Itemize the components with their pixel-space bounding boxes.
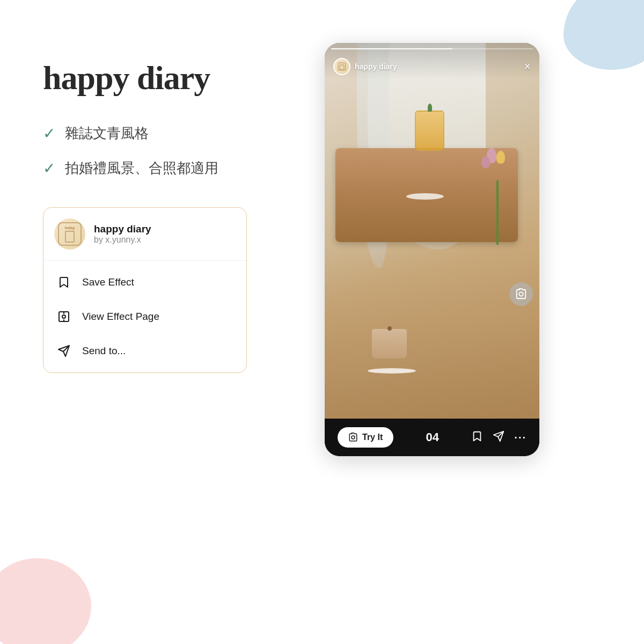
right-panel: happy diary × <box>317 43 547 456</box>
progress-bar-fill <box>331 48 452 49</box>
story-content: happy diary × <box>325 43 539 419</box>
save-effect-label: Save Effect <box>82 276 134 288</box>
camera-icon <box>348 433 358 442</box>
send-icon <box>56 343 71 358</box>
cake <box>372 329 407 358</box>
menu-card: today happy diary by x.yunny.x <box>43 207 247 373</box>
floor <box>325 250 539 419</box>
send-to-item[interactable]: Send to... <box>43 334 246 368</box>
bookmark-icon <box>56 275 71 290</box>
more-bottom-icon[interactable]: ··· <box>514 431 526 444</box>
save-effect-item[interactable]: Save Effect <box>43 265 246 299</box>
view-effect-page-item[interactable]: View Effect Page <box>43 299 246 334</box>
avatar: today <box>54 218 85 250</box>
camera-overlay-button[interactable] <box>509 282 533 306</box>
drink <box>415 111 444 151</box>
checkmark-icon-1: ✓ <box>43 125 55 142</box>
progress-bar-bg <box>331 48 533 49</box>
flower-stem <box>496 180 499 245</box>
feature-item-2: ✓ 拍婚禮風景、合照都適用 <box>43 159 274 178</box>
checkmark-icon-2: ✓ <box>43 159 55 177</box>
view-effect-icon <box>56 309 71 324</box>
view-effect-label: View Effect Page <box>82 311 159 323</box>
svg-point-8 <box>519 292 523 296</box>
left-panel: happy diary ✓ 雜誌文青風格 ✓ 拍婚禮風景、合照都適用 today <box>43 43 274 373</box>
main-container: happy diary ✓ 雜誌文青風格 ✓ 拍婚禮風景、合照都適用 today <box>0 0 644 644</box>
bottom-actions: ··· <box>471 430 526 444</box>
effect-name: happy diary <box>94 223 151 235</box>
effect-count: 04 <box>402 430 463 444</box>
send-to-label: Send to... <box>82 345 126 357</box>
phone-mockup: happy diary × <box>325 43 539 456</box>
cake-plate <box>368 368 416 374</box>
svg-point-1 <box>62 315 65 318</box>
story-topbar: happy diary × <box>325 43 539 79</box>
try-it-button[interactable]: Try It <box>338 427 393 448</box>
effect-info: happy diary by x.yunny.x <box>94 223 151 245</box>
bookmark-bottom-icon[interactable] <box>471 430 483 444</box>
app-title: happy diary <box>43 59 274 97</box>
story-close-button[interactable]: × <box>524 60 531 74</box>
phone-bottom-bar: Try It 04 ··· <box>325 419 539 456</box>
story-user-info: happy diary <box>333 58 524 75</box>
svg-point-9 <box>352 436 355 439</box>
avatar-rect-icon <box>65 231 75 243</box>
send-bottom-icon[interactable] <box>493 430 504 444</box>
flowers <box>481 148 514 245</box>
feature-item-1: ✓ 雜誌文青風格 <box>43 124 274 143</box>
feature-text-2: 拍婚禮風景、合照都適用 <box>65 159 218 178</box>
drink-saucer <box>406 193 444 200</box>
try-it-label: Try It <box>362 433 383 442</box>
effect-header: today happy diary by x.yunny.x <box>43 208 246 261</box>
menu-items: Save Effect View Effect Page <box>43 261 246 372</box>
feature-text-1: 雜誌文青風格 <box>65 124 149 143</box>
story-avatar <box>333 58 350 75</box>
avatar-today-text: today <box>65 226 75 230</box>
effect-author: by x.yunny.x <box>94 235 151 245</box>
story-username: happy diary <box>355 62 397 71</box>
feature-list: ✓ 雜誌文青風格 ✓ 拍婚禮風景、合照都適用 <box>43 124 274 178</box>
svg-rect-7 <box>340 65 344 70</box>
avatar-inner: today <box>58 222 82 246</box>
photo-scene <box>325 43 539 419</box>
svg-rect-6 <box>338 63 346 70</box>
flower-head-2 <box>496 151 505 164</box>
flower-head-3 <box>481 156 490 168</box>
